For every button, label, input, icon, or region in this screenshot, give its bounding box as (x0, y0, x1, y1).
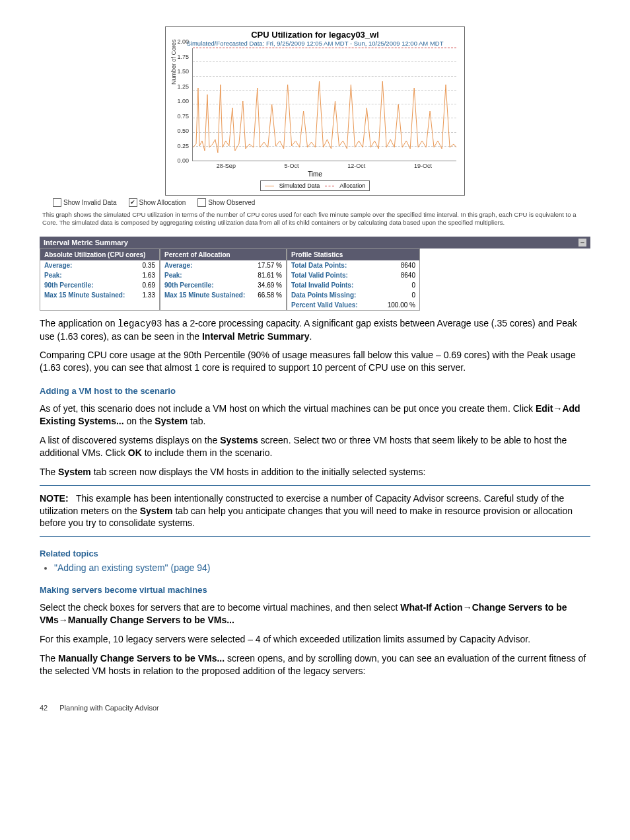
chart-container: CPU Utilization for legacy03_wl Simulate… (165, 26, 465, 196)
absolute-utilization-col: Absolute Utilization (CPU cores) Average… (40, 248, 160, 311)
page-number: 42 (40, 704, 48, 712)
chart-plot-area: Number of Cores 0.00 0.25 0.50 0.75 1.00… (192, 48, 456, 161)
section-related-topics: Related topics (40, 549, 590, 558)
interval-summary-header: Interval Metric Summary − (40, 237, 590, 248)
note-paragraph: NOTE: This example has been intentionall… (40, 492, 590, 530)
chart-title: CPU Utilization for legacy03_wl (170, 30, 460, 40)
x-axis-label: Time (170, 171, 460, 178)
add-p3: The System tab screen now displays the V… (40, 466, 590, 478)
footer-title: Planning with Capacity Advisor (59, 704, 158, 712)
make-p1: Select the check boxes for servers that … (40, 601, 590, 627)
chart-subtitle: Simulated/Forecasted Data: Fri, 9/25/200… (170, 40, 460, 47)
related-topics-list: "Adding an existing system" (page 94) (54, 562, 590, 573)
add-p1: As of yet, this scenario does not includ… (40, 402, 590, 428)
body-paragraph-1: The application on legacy03 has a 2-core… (40, 317, 590, 343)
note-rule-top (40, 485, 590, 486)
interval-summary-tables: Absolute Utilization (CPU cores) Average… (40, 248, 590, 311)
show-invalid-checkbox[interactable]: Show Invalid Data (53, 198, 117, 207)
body-paragraph-2: Comparing CPU core usage at the 90th Per… (40, 349, 590, 374)
add-p2: A list of discovered systems displays on… (40, 434, 590, 459)
chart-legend: Simulated Data Allocation (260, 180, 370, 191)
make-p3: The Manually Change Servers to be VMs...… (40, 652, 590, 677)
percent-allocation-col: Percent of Allocation Average:17.57 % Pe… (160, 248, 287, 311)
related-link[interactable]: "Adding an existing system" (page 94) (54, 562, 590, 573)
section-making-servers-vms: Making servers become virtual machines (40, 585, 590, 595)
simulated-data-line (193, 48, 456, 161)
collapse-icon[interactable]: − (578, 239, 586, 247)
profile-statistics-col: Profile Statistics Total Data Points:864… (287, 248, 420, 311)
graph-description: This graph shows the simulated CPU utili… (42, 211, 588, 227)
chart-figure: CPU Utilization for legacy03_wl Simulate… (40, 26, 590, 311)
section-adding-vm-host: Adding a VM host to the scenario (40, 386, 590, 396)
y-ticks: 0.00 0.25 0.50 0.75 1.00 1.25 1.50 1.75 … (173, 45, 190, 164)
make-p2: For this example, 10 legacy servers were… (40, 633, 590, 646)
show-observed-checkbox[interactable]: Show Observed (197, 198, 255, 207)
page-footer: 42 Planning with Capacity Advisor (40, 704, 590, 712)
note-rule-bottom (40, 536, 590, 537)
x-ticks: 28-Sep 5-Oct 12-Oct 19-Oct (192, 163, 456, 169)
show-allocation-checkbox[interactable]: ✔Show Allocation (129, 198, 186, 207)
chart-options-row: Show Invalid Data ✔Show Allocation Show … (53, 198, 590, 207)
